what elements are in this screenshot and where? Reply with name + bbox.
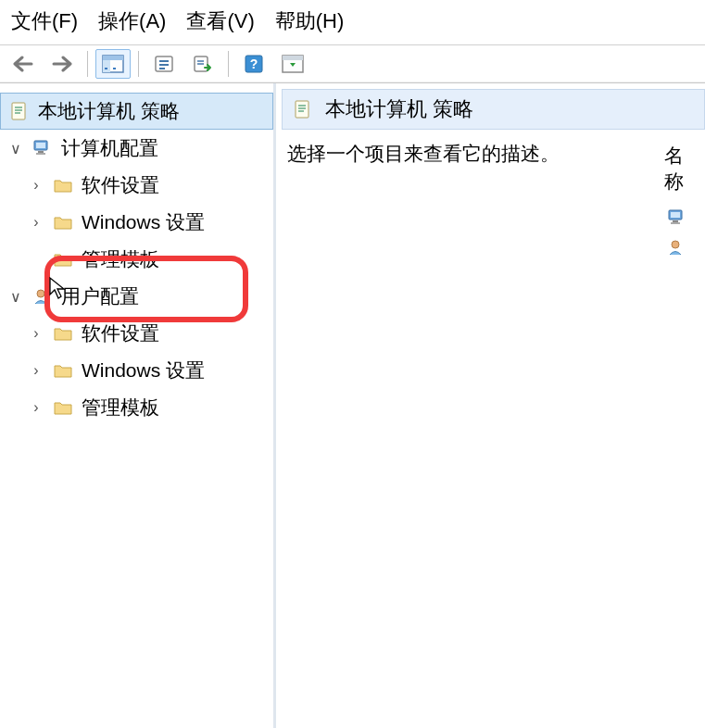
tree-computer-admin-templates[interactable]: › 管理模板 bbox=[0, 241, 273, 278]
properties-button[interactable] bbox=[146, 49, 182, 79]
properties-icon bbox=[154, 55, 174, 73]
export-list-button[interactable] bbox=[185, 49, 220, 79]
tree-computer-windows[interactable]: › Windows 设置 bbox=[0, 204, 273, 241]
menu-bar: 文件(F) 操作(A) 查看(V) 帮助(H) bbox=[0, 0, 705, 44]
svg-rect-3 bbox=[105, 68, 107, 69]
tree-computer-software[interactable]: › 软件设置 bbox=[0, 167, 273, 204]
filter-view-button[interactable] bbox=[275, 49, 310, 79]
back-button[interactable] bbox=[6, 49, 41, 79]
expander-closed-icon[interactable]: › bbox=[28, 399, 44, 416]
svg-rect-22 bbox=[36, 143, 45, 148]
policy-doc-icon bbox=[292, 99, 314, 119]
list-header-name[interactable]: 名称 bbox=[664, 143, 701, 195]
tree-computer-config-label: 计算机配置 bbox=[61, 135, 158, 161]
svg-rect-1 bbox=[103, 56, 123, 60]
tree-item-label: Windows 设置 bbox=[82, 358, 205, 383]
svg-rect-23 bbox=[38, 151, 44, 153]
expander-open-icon[interactable]: ∨ bbox=[7, 288, 24, 306]
policy-doc-icon bbox=[8, 101, 31, 121]
content-body: 选择一个项目来查看它的描述。 名称 bbox=[276, 130, 705, 257]
folder-icon bbox=[52, 175, 74, 195]
tree-pane-icon bbox=[102, 55, 124, 73]
expander-closed-icon[interactable]: › bbox=[28, 177, 44, 194]
svg-rect-31 bbox=[671, 212, 680, 218]
menu-file[interactable]: 文件(F) bbox=[11, 7, 78, 35]
user-icon[interactable] bbox=[666, 237, 688, 257]
tree-root[interactable]: 本地计算机 策略 bbox=[0, 93, 273, 130]
show-tree-button[interactable] bbox=[95, 49, 131, 79]
tree-item-label: 软件设置 bbox=[82, 320, 159, 346]
tree-user-software[interactable]: › 软件设置 bbox=[0, 315, 273, 352]
toolbar-separator bbox=[87, 51, 88, 77]
tree-item-label: Windows 设置 bbox=[82, 209, 205, 235]
menu-action[interactable]: 操作(A) bbox=[98, 7, 166, 35]
tree-user-config[interactable]: ∨ 用户配置 bbox=[0, 278, 273, 315]
content-pane: 本地计算机 策略 选择一个项目来查看它的描述。 名称 bbox=[276, 83, 705, 728]
toolbar-separator bbox=[228, 51, 229, 77]
expander-closed-icon[interactable]: › bbox=[28, 362, 44, 379]
tree-root-label: 本地计算机 策略 bbox=[38, 98, 180, 124]
toolbar: ? bbox=[0, 44, 705, 83]
folder-icon bbox=[52, 249, 74, 270]
svg-point-34 bbox=[672, 241, 679, 248]
folder-icon bbox=[52, 323, 74, 344]
menu-view[interactable]: 查看(V) bbox=[186, 7, 254, 35]
svg-rect-32 bbox=[673, 220, 678, 222]
expander-closed-icon[interactable]: › bbox=[28, 214, 44, 231]
toolbar-separator bbox=[138, 51, 139, 77]
expander-closed-icon[interactable]: › bbox=[28, 325, 44, 342]
tree-item-label: 管理模板 bbox=[82, 246, 159, 272]
svg-rect-4 bbox=[113, 68, 116, 69]
svg-rect-26 bbox=[296, 101, 308, 118]
user-icon bbox=[31, 286, 54, 307]
main-area: 本地计算机 策略 ∨ 计算机配置 › 软件设置 › bbox=[0, 83, 705, 728]
tree-item-label: 软件设置 bbox=[82, 172, 159, 198]
tree-user-windows[interactable]: › Windows 设置 bbox=[0, 352, 273, 389]
svg-rect-17 bbox=[12, 103, 25, 119]
export-icon bbox=[193, 55, 213, 73]
list-column: 名称 bbox=[664, 141, 701, 257]
tree-pane: 本地计算机 策略 ∨ 计算机配置 › 软件设置 › bbox=[0, 83, 276, 728]
filter-icon bbox=[282, 55, 304, 73]
svg-point-25 bbox=[37, 290, 44, 297]
folder-icon bbox=[52, 360, 74, 381]
tree-computer-config[interactable]: ∨ 计算机配置 bbox=[0, 130, 273, 167]
svg-rect-15 bbox=[283, 56, 303, 60]
help-button[interactable]: ? bbox=[236, 49, 271, 79]
computer-icon bbox=[31, 138, 54, 158]
tree-user-config-label: 用户配置 bbox=[61, 283, 139, 309]
expander-open-icon[interactable]: ∨ bbox=[7, 140, 24, 157]
svg-rect-24 bbox=[36, 153, 45, 155]
svg-text:?: ? bbox=[250, 56, 258, 71]
content-description: 选择一个项目来查看它的描述。 bbox=[287, 141, 664, 257]
arrow-right-icon bbox=[52, 56, 72, 72]
arrow-left-icon bbox=[13, 56, 33, 72]
folder-icon bbox=[52, 212, 74, 232]
folder-icon bbox=[52, 397, 74, 418]
computer-icon[interactable] bbox=[666, 207, 688, 228]
help-icon: ? bbox=[245, 55, 263, 73]
content-header: 本地计算机 策略 bbox=[282, 89, 705, 130]
svg-rect-2 bbox=[103, 60, 110, 72]
forward-button[interactable] bbox=[44, 49, 80, 79]
tree-user-admin-templates[interactable]: › 管理模板 bbox=[0, 389, 273, 426]
svg-rect-33 bbox=[671, 222, 680, 224]
tree: 本地计算机 策略 ∨ 计算机配置 › 软件设置 › bbox=[0, 87, 273, 426]
tree-item-label: 管理模板 bbox=[82, 395, 159, 420]
content-title: 本地计算机 策略 bbox=[325, 95, 473, 123]
menu-help[interactable]: 帮助(H) bbox=[275, 7, 345, 35]
